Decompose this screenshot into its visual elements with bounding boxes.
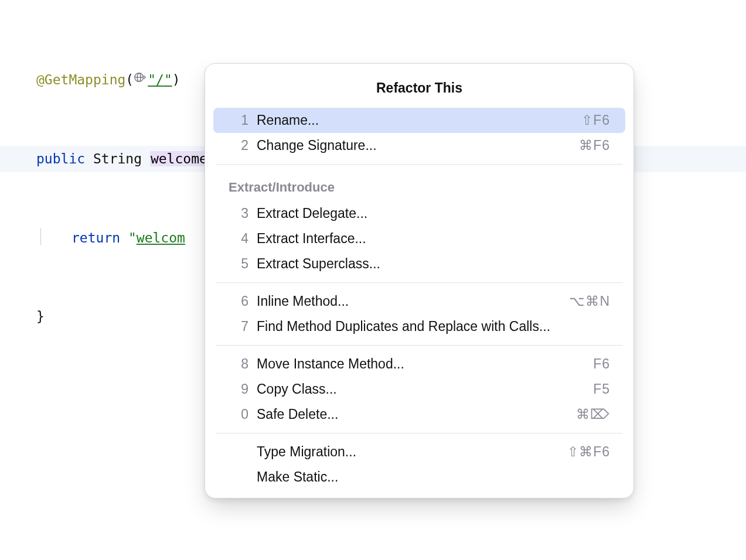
section-extract-introduce: Extract/Introduce <box>205 170 633 201</box>
item-index: 3 <box>229 206 248 221</box>
item-label: Inline Method... <box>257 293 563 309</box>
item-shortcut: F5 <box>563 381 610 397</box>
refactor-item-find-method-duplicates-and-replace-with-calls[interactable]: 7Find Method Duplicates and Replace with… <box>213 314 625 339</box>
refactor-item-inline-method[interactable]: 6Inline Method...⌥⌘N <box>213 289 625 314</box>
refactor-item-extract-superclass[interactable]: 5Extract Superclass... <box>213 251 625 276</box>
item-index: 4 <box>229 231 248 247</box>
refactor-item-extract-interface[interactable]: 4Extract Interface... <box>213 226 625 251</box>
item-label: Type Migration... <box>257 444 563 460</box>
annotation-arg: "/" <box>148 72 172 87</box>
refactor-item-move-instance-method[interactable]: 8Move Instance Method...F6 <box>213 351 625 377</box>
popup-title: Refactor This <box>205 64 633 108</box>
refactor-item-make-static[interactable]: 0Make Static... <box>213 465 625 490</box>
item-index: 5 <box>229 256 248 272</box>
type-string: String <box>93 151 142 166</box>
item-shortcut: ⇧F6 <box>563 112 610 128</box>
item-shortcut: F6 <box>563 356 610 372</box>
refactor-group-move: 8Move Instance Method...F69Copy Class...… <box>205 351 633 427</box>
popup-divider <box>216 282 623 283</box>
item-shortcut: ⌥⌘N <box>563 293 610 309</box>
item-index: 9 <box>229 381 248 397</box>
keyword-return: return <box>71 230 120 245</box>
item-label: Extract Superclass... <box>257 256 563 272</box>
item-label: Change Signature... <box>257 138 563 153</box>
item-index: 1 <box>229 112 248 128</box>
item-index: 6 <box>229 293 248 309</box>
refactor-item-change-signature[interactable]: 2Change Signature...⌘F6 <box>213 133 625 158</box>
item-label: Rename... <box>257 112 563 128</box>
annotation-name: GetMapping <box>45 72 125 87</box>
refactor-item-type-migration[interactable]: 0Type Migration...⇧⌘F6 <box>213 439 625 465</box>
refactor-group-main: 1Rename...⇧F62Change Signature...⌘F6 <box>205 108 633 158</box>
item-label: Make Static... <box>257 469 563 485</box>
item-shortcut: ⌘⌦ <box>563 407 610 422</box>
item-index: 7 <box>229 319 248 334</box>
paren-open: ( <box>125 72 134 87</box>
paren-close: ) <box>172 72 180 87</box>
item-label: Safe Delete... <box>257 407 563 422</box>
item-shortcut: ⇧⌘F6 <box>563 444 610 460</box>
item-label: Extract Delegate... <box>257 206 563 221</box>
item-shortcut: ⌘F6 <box>563 138 610 153</box>
annotation-at: @ <box>36 72 45 87</box>
item-label: Extract Interface... <box>257 231 563 247</box>
item-label: Find Method Duplicates and Replace with … <box>257 319 563 334</box>
url-mapping-icon[interactable] <box>134 66 147 93</box>
method-name-welcome[interactable]: welcome <box>150 151 208 166</box>
string-literal: "welcom <box>128 230 185 245</box>
refactor-group-inline: 6Inline Method...⌥⌘N7Find Method Duplica… <box>205 289 633 339</box>
popup-divider <box>216 345 623 346</box>
refactor-item-safe-delete[interactable]: 0Safe Delete...⌘⌦ <box>213 402 625 427</box>
popup-divider <box>216 164 623 165</box>
item-label: Copy Class... <box>257 381 563 397</box>
item-index: 0 <box>229 407 248 422</box>
refactor-item-copy-class[interactable]: 9Copy Class...F5 <box>213 377 625 402</box>
item-index: 2 <box>229 138 248 153</box>
popup-divider <box>216 433 623 433</box>
refactor-group-misc: 0Type Migration...⇧⌘F60Make Static... <box>205 439 633 490</box>
item-label: Move Instance Method... <box>257 356 563 372</box>
refactor-group-extract: 3Extract Delegate...4Extract Interface..… <box>205 201 633 276</box>
refactor-this-popup: Refactor This 1Rename...⇧F62Change Signa… <box>205 63 634 498</box>
item-index: 8 <box>229 356 248 372</box>
refactor-item-rename[interactable]: 1Rename...⇧F6 <box>213 108 625 133</box>
keyword-public: public <box>36 151 85 166</box>
refactor-item-extract-delegate[interactable]: 3Extract Delegate... <box>213 201 625 226</box>
